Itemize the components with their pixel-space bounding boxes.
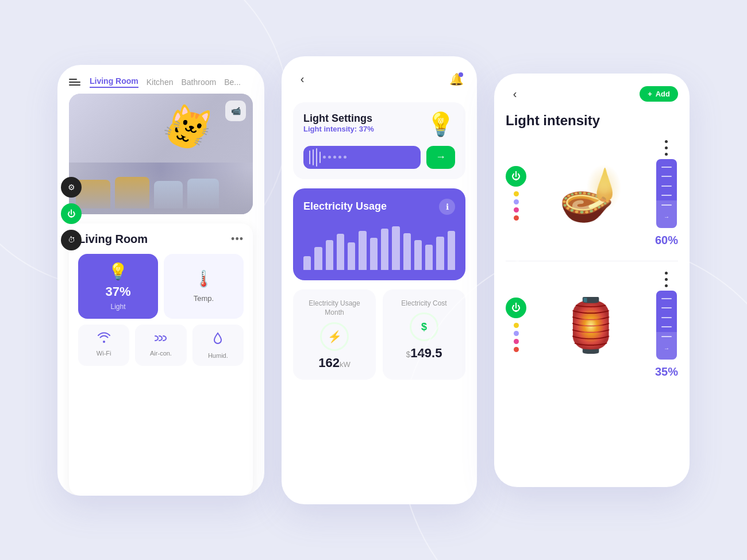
color-dot-purple[interactable] bbox=[514, 199, 519, 204]
settings-button[interactable]: ⚙ bbox=[61, 177, 82, 198]
lamp1-color-dots bbox=[514, 191, 519, 221]
bar-13 bbox=[436, 237, 444, 270]
lamp2-left: ⏻ bbox=[506, 298, 526, 352]
slider2-arrow: → bbox=[664, 345, 669, 352]
usage-value: 162 bbox=[318, 356, 340, 370]
timer-button[interactable]: ⏱ bbox=[61, 230, 82, 250]
hamburger-icon[interactable] bbox=[69, 79, 80, 86]
nav-tabs: Living Room Kitchen Bathroom Be... bbox=[90, 76, 241, 88]
tab-kitchen[interactable]: Kitchen bbox=[147, 78, 174, 87]
tab-living-room[interactable]: Living Room bbox=[90, 76, 138, 88]
light-label: Light bbox=[110, 303, 125, 311]
room-title: Living Room bbox=[78, 233, 148, 246]
stats-row: Electricity Usage Month ⚡ 162kW Electric… bbox=[293, 289, 465, 380]
color-dot-yellow[interactable] bbox=[514, 191, 519, 196]
phone3-card: ‹ + Add Light intensity ⏻ 🪔 bbox=[494, 74, 690, 487]
cat-icon: 🐱 bbox=[169, 101, 217, 147]
more-options-button[interactable]: ••• bbox=[231, 233, 244, 245]
phone3-back-button[interactable]: ‹ bbox=[506, 85, 524, 103]
usage-unit: kW bbox=[340, 360, 351, 369]
tab-bathroom[interactable]: Bathroom bbox=[181, 78, 216, 87]
lamp2-intensity-pct: 35% bbox=[655, 365, 678, 379]
slider-arrow-button[interactable]: → bbox=[426, 146, 455, 169]
divider-1 bbox=[506, 261, 678, 261]
cushion3 bbox=[154, 181, 183, 208]
humid-icon bbox=[211, 331, 225, 349]
bell-button[interactable]: 🔔 bbox=[447, 70, 465, 88]
light-percentage: 37% bbox=[105, 284, 130, 299]
add-label: Add bbox=[656, 90, 670, 98]
slider1-arrow: → bbox=[664, 214, 669, 220]
electricity-usage-card: Electricity Usage ℹ bbox=[293, 188, 465, 280]
aircon-icon bbox=[154, 331, 168, 346]
color-dot-red[interactable] bbox=[514, 215, 519, 221]
electricity-info-button[interactable]: ℹ bbox=[439, 199, 455, 215]
usage-value-row: 162kW bbox=[318, 356, 351, 370]
color-dot-pink[interactable] bbox=[514, 207, 519, 213]
lamp2-intensity-slider[interactable]: → bbox=[656, 291, 677, 360]
video-button[interactable]: 📹 bbox=[225, 101, 246, 121]
bar-10 bbox=[403, 233, 411, 270]
bar-1 bbox=[303, 256, 311, 270]
lamp2-illustration: 🏮 bbox=[559, 299, 623, 351]
electricity-title: Electricity Usage bbox=[303, 200, 387, 213]
usage-icon: ⚡ bbox=[320, 322, 349, 351]
bar-12 bbox=[425, 245, 433, 270]
tab-bed[interactable]: Be... bbox=[224, 78, 241, 87]
intensity-slider-row: → bbox=[303, 146, 455, 169]
lamp1-illustration: 🪔 bbox=[559, 168, 623, 219]
color-dot-red-2[interactable] bbox=[514, 347, 519, 352]
lamp2-power-button[interactable]: ⏻ bbox=[506, 298, 526, 318]
lamp-1-section: ⏻ 🪔 bbox=[506, 140, 678, 266]
bar-9 bbox=[392, 226, 399, 270]
color-dot-pink-2[interactable] bbox=[514, 339, 519, 344]
power-button[interactable]: ⏻ bbox=[61, 203, 82, 224]
lamp1-right: → 60% bbox=[655, 140, 678, 247]
device-controls-row: Wi-Fi Air-con. bbox=[78, 325, 244, 366]
room-info-card: Living Room ••• 💡 37% Light 🌡️ Temp. bbox=[69, 223, 253, 496]
humid-control[interactable]: Humid. bbox=[192, 325, 244, 366]
light-intensity-value: 37% bbox=[359, 125, 374, 133]
intensity-slider[interactable] bbox=[303, 146, 421, 169]
electricity-cost-card: Electricity Cost $ $149.5 bbox=[383, 289, 465, 380]
lamp-2-section: ⏻ 🏮 bbox=[506, 272, 678, 392]
color-dot-yellow-2[interactable] bbox=[514, 323, 519, 328]
lamp2-right-dots bbox=[665, 272, 668, 287]
plus-icon: + bbox=[648, 90, 652, 98]
add-button[interactable]: + Add bbox=[640, 86, 678, 102]
back-button[interactable]: ‹ bbox=[293, 70, 311, 88]
phone1-card: ⚙ ⏻ ⏱ Living Room Kitchen Bathroom Be...… bbox=[57, 65, 264, 496]
temp-label: Temp. bbox=[194, 294, 214, 303]
usage-month-label: Electricity Usage Month bbox=[302, 299, 367, 318]
light-intensity-row: Light intensity: 37% bbox=[303, 125, 374, 133]
lamp2-right: → 35% bbox=[655, 272, 678, 379]
cushion4 bbox=[187, 179, 219, 208]
phone1-header: Living Room Kitchen Bathroom Be... bbox=[57, 65, 264, 94]
cost-label: Electricity Cost bbox=[401, 299, 446, 308]
lamp1-power-button[interactable]: ⏻ bbox=[506, 166, 526, 187]
bar-4 bbox=[337, 234, 344, 269]
phone1-left-controls: ⚙ ⏻ ⏱ bbox=[57, 177, 82, 250]
bell-notification-dot bbox=[459, 72, 463, 77]
light-settings-title: Light Settings bbox=[303, 113, 374, 125]
couch-area bbox=[69, 163, 253, 214]
light-intensity-title: Light intensity bbox=[506, 113, 678, 129]
wifi-control[interactable]: Wi-Fi bbox=[78, 325, 129, 366]
bar-8 bbox=[381, 229, 388, 270]
temp-control-card[interactable]: 🌡️ Temp. bbox=[164, 254, 244, 319]
lamp2-image-area: 🏮 bbox=[533, 299, 648, 351]
aircon-label: Air-con. bbox=[150, 350, 172, 357]
room-title-row: Living Room ••• bbox=[78, 233, 244, 246]
light-settings-card: Light Settings Light intensity: 37% 💡 bbox=[293, 102, 465, 179]
lamp1-intensity-slider[interactable]: → bbox=[656, 159, 677, 228]
bar-3 bbox=[326, 240, 333, 270]
bar-7 bbox=[370, 238, 378, 270]
aircon-control[interactable]: Air-con. bbox=[135, 325, 186, 366]
bar-6 bbox=[359, 231, 366, 270]
lamp1-intensity-pct: 60% bbox=[655, 234, 678, 247]
cost-icon: $ bbox=[410, 312, 438, 341]
light-control-card[interactable]: 💡 37% Light bbox=[78, 254, 158, 319]
color-dot-purple-2[interactable] bbox=[514, 331, 519, 336]
cost-value: 149.5 bbox=[410, 346, 442, 360]
usage-chart bbox=[303, 224, 455, 270]
